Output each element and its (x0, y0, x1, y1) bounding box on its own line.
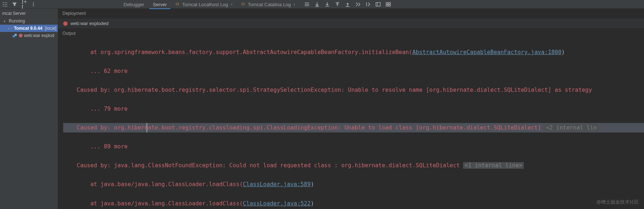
scroll-to-end-icon[interactable] (314, 1, 320, 7)
more-icon[interactable] (31, 1, 36, 7)
svg-rect-4 (177, 3, 179, 5)
source-link[interactable]: AbstractAutowireCapableBeanFactory.java:… (412, 49, 562, 56)
tree-running[interactable]: ▾ Running (0, 17, 58, 25)
tab-tomcat-localhost[interactable]: Tomcat Localhost Log × (172, 0, 236, 9)
log-line: at org.springframework.beans.factory.sup… (63, 49, 412, 56)
source-link[interactable]: ClassLoader.java:589 (243, 181, 311, 188)
deployment-row[interactable]: web:war exploded (58, 18, 644, 29)
tab-tomcat-catalina[interactable]: Tomcat Catalina Log × (238, 0, 299, 9)
log-line: at java.base/java.lang.ClassLoader.loadC… (63, 181, 243, 188)
tab-label: Tomcat Catalina Log (248, 2, 291, 7)
download-icon[interactable] (324, 1, 330, 7)
error-status-icon (19, 34, 23, 37)
sidebar-header: mcat Server (0, 9, 58, 17)
log-line: ... 79 more (63, 106, 127, 112)
tomcat-icon (11, 26, 12, 31)
log-line: Caused by: org.hibernate.boot.registry.s… (63, 87, 592, 93)
tree-artifact-node[interactable]: web:war explod (0, 32, 58, 39)
chevron-down-icon: ▾ (8, 26, 10, 30)
tree-icon[interactable] (2, 1, 8, 7)
svg-rect-10 (386, 5, 388, 6)
output-area[interactable]: at org.springframework.beans.factory.sup… (58, 38, 644, 209)
source-link[interactable]: ClassLoader.java:522 (243, 200, 311, 207)
content-pane: Deployment web:war exploded Output at or… (58, 9, 644, 209)
log-line: Caused by: org.hibernate.boot.registry.c… (63, 124, 541, 131)
log-line: ... 89 more (63, 143, 127, 150)
deployment-header: Deployment (58, 9, 644, 18)
svg-point-1 (33, 4, 34, 5)
tree-tomcat-node[interactable]: ▾ Tomcat 9.0.44 [local] (0, 25, 58, 32)
soft-wrap-icon[interactable] (304, 1, 310, 7)
svg-rect-9 (389, 3, 390, 4)
log-text: ) (562, 49, 565, 56)
svg-point-2 (33, 5, 34, 6)
tab-server[interactable]: Server (149, 0, 170, 9)
artifact-icon (12, 33, 17, 38)
svg-rect-7 (376, 3, 380, 6)
settings-icon[interactable] (385, 1, 391, 7)
svg-rect-6 (242, 3, 244, 5)
top-toolbar: ]+[ Debugger Server Tomcat Localhost Log… (0, 0, 644, 9)
step-icon[interactable] (365, 1, 371, 7)
tree-label: Running (9, 19, 25, 24)
output-header: Output (58, 29, 644, 38)
tabs-row: Debugger Server Tomcat Localhost Log × T… (120, 0, 391, 9)
chevron-down-icon: ▾ (4, 19, 7, 23)
internal-lines-badge[interactable]: <1 internal line> (463, 162, 524, 169)
tab-label: Tomcat Localhost Log (182, 2, 228, 7)
svg-rect-14 (15, 34, 17, 36)
close-icon[interactable]: × (293, 2, 295, 7)
console-output[interactable]: at org.springframework.beans.factory.sup… (58, 38, 644, 209)
sidebar: mcat Server ▾ Running ▾ Tomcat 9.0.44 [l… (0, 9, 58, 209)
main-pane: mcat Server ▾ Running ▾ Tomcat 9.0.44 [l… (0, 9, 644, 209)
expand-all-icon[interactable]: ]+[ (21, 1, 27, 7)
log-line: Caused by: java.lang.ClassNotFoundExcept… (63, 162, 460, 169)
upload-icon-1[interactable] (335, 1, 340, 7)
internal-lines-badge[interactable]: <2 internal lin (544, 124, 598, 131)
tab-debugger[interactable]: Debugger (120, 0, 148, 9)
toggle-tree-icon[interactable] (355, 1, 361, 7)
tab-label: Debugger (123, 2, 144, 7)
log-text: ) (311, 181, 314, 188)
artifact-label: web:war exploded (70, 21, 109, 26)
toolbar-action-icons (304, 1, 391, 7)
tree-label: Tomcat 9.0.44 (14, 26, 42, 31)
svg-point-12 (11, 28, 12, 29)
log-line: ... 62 more (63, 68, 127, 74)
log-line: at java.base/java.lang.ClassLoader.loadC… (63, 200, 243, 207)
close-icon[interactable]: × (230, 2, 232, 7)
tab-label: Server (153, 2, 167, 7)
tomcat-icon (241, 2, 246, 7)
tree-suffix: [local] (45, 26, 56, 31)
tree-label: web:war explod (24, 33, 54, 38)
filter-icon[interactable] (12, 1, 17, 7)
log-text: ) (311, 200, 314, 207)
layout-icon[interactable] (375, 1, 381, 7)
svg-rect-11 (389, 5, 390, 6)
error-status-icon (63, 21, 68, 26)
upload-icon-2[interactable] (345, 1, 351, 7)
svg-point-0 (33, 2, 34, 3)
svg-rect-8 (386, 3, 388, 4)
tomcat-icon (175, 2, 180, 7)
